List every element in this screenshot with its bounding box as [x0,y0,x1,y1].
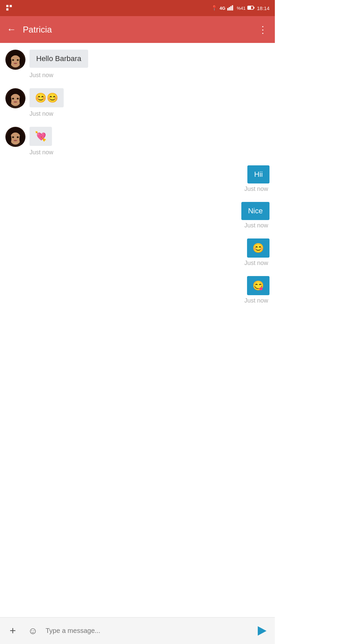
more-options-button[interactable]: ⋮ [258,24,268,35]
message-timestamp: Just now [244,185,269,193]
svg-point-32 [17,137,19,138]
chat-title: Patricia [23,24,258,35]
incoming-bubble: 💘 [29,127,52,146]
message-timestamp: Just now [5,110,53,117]
svg-point-17 [14,63,17,64]
message-row: HiiJust now [0,165,275,193]
location-icon: 📍 [211,5,218,11]
incoming-message-content: 💘 [5,127,52,147]
svg-point-28 [10,132,21,145]
svg-rect-5 [231,6,232,10]
network-type: 4G [220,6,225,11]
message-timestamp: Just now [244,297,269,304]
message-row: 😋Just now [0,276,275,304]
svg-point-21 [6,94,11,106]
svg-point-30 [19,133,25,145]
svg-point-16 [17,59,19,61]
send-button[interactable] [255,624,269,638]
svg-rect-1 [10,5,12,7]
svg-point-14 [19,56,25,68]
message-input[interactable] [46,627,249,635]
svg-rect-8 [248,6,251,9]
emoji-picker-button[interactable]: ☺ [25,624,40,638]
svg-point-31 [12,137,14,138]
svg-rect-3 [227,8,229,10]
svg-rect-6 [232,5,233,10]
outgoing-bubble: 😊 [247,238,269,258]
incoming-bubble: 😊😊 [29,88,64,107]
svg-rect-9 [254,7,255,8]
status-bar: 📍 4G %41 18:14 [0,0,275,16]
battery-icon [247,5,255,11]
message-timestamp: Just now [244,222,269,229]
message-row: 😊Just now [0,238,275,267]
add-button[interactable]: + [5,624,20,638]
message-timestamp: Just now [5,72,53,79]
avatar [5,127,25,147]
incoming-message-content: 😊😊 [5,88,64,108]
svg-point-23 [12,98,14,100]
emoji-icon: ☺ [28,626,38,636]
svg-point-22 [19,94,25,106]
svg-point-29 [6,133,11,145]
chat-area: Hello BarbaraJust now 😊😊Just now [0,43,275,617]
message-timestamp: Just now [5,149,53,156]
svg-rect-0 [6,5,8,7]
incoming-message-content: Hello Barbara [5,50,88,70]
outgoing-bubble: Nice [241,202,269,220]
send-icon [258,626,266,636]
incoming-bubble: Hello Barbara [29,50,88,68]
message-row: Hello BarbaraJust now [0,50,275,79]
svg-rect-4 [229,7,230,10]
svg-point-24 [17,98,19,100]
message-row: NiceJust now [0,202,275,229]
avatar [5,88,25,108]
back-button[interactable]: ← [7,24,16,35]
svg-point-20 [10,94,21,106]
svg-point-13 [6,56,11,68]
status-icons: 📍 4G %41 18:14 [211,5,269,12]
avatar [5,50,25,70]
outgoing-bubble: 😋 [247,276,269,295]
outgoing-bubble: Hii [247,165,269,183]
notification-icon [5,4,13,12]
battery-label: %41 [237,6,245,11]
app-bar: ← Patricia ⋮ [0,16,275,43]
svg-point-15 [12,59,14,61]
svg-point-12 [10,55,21,67]
message-row: 😊😊Just now [0,88,275,117]
signal-icon [227,5,235,12]
message-row: 💘Just now [0,127,275,156]
input-area: + ☺ [0,617,275,644]
add-icon: + [10,625,16,637]
svg-point-25 [14,101,17,103]
time-label: 18:14 [257,5,269,11]
message-timestamp: Just now [244,260,269,267]
svg-point-33 [14,140,17,141]
svg-rect-2 [6,8,8,10]
